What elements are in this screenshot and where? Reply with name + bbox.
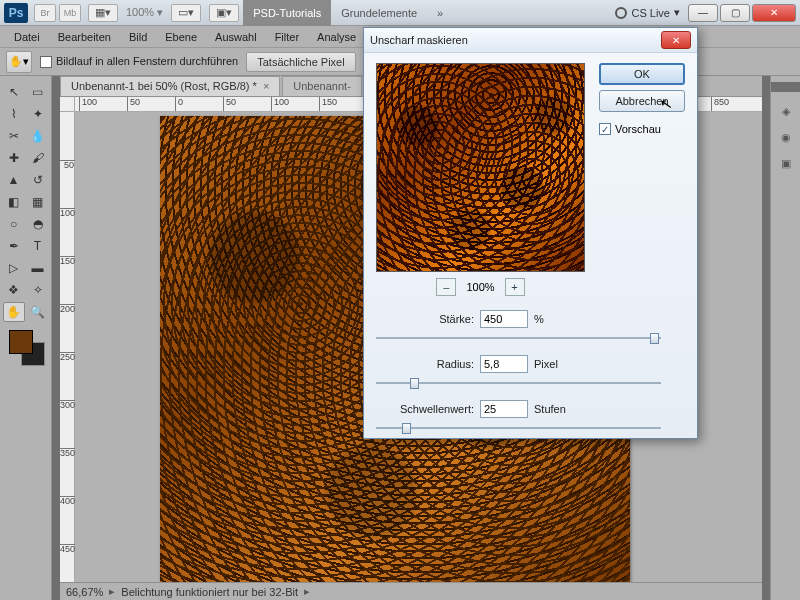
threshold-unit: Stufen <box>534 403 566 415</box>
scroll-all-checkbox[interactable]: Bildlauf in allen Fenstern durchführen <box>40 55 238 68</box>
channels-panel-icon[interactable]: ◉ <box>775 126 797 148</box>
preview-checkbox[interactable]: ✓ Vorschau <box>599 123 685 135</box>
panel-dock-right: ◈ ◉ ▣ <box>770 76 800 600</box>
radius-input[interactable] <box>480 355 528 373</box>
status-arrow-icon[interactable]: ▸ <box>109 585 115 598</box>
eyedropper-tool[interactable]: 💧 <box>27 126 49 146</box>
panel-rail-right[interactable] <box>762 76 770 600</box>
strength-slider[interactable] <box>376 331 661 345</box>
magic-wand-tool[interactable]: ✦ <box>27 104 49 124</box>
status-menu-icon[interactable]: ▸ <box>304 585 310 598</box>
threshold-slider[interactable] <box>376 421 661 435</box>
hand-tool[interactable]: ✋ <box>3 302 25 322</box>
3d-camera-tool[interactable]: ✧ <box>27 280 49 300</box>
window-maximize-button[interactable]: ▢ <box>720 4 750 22</box>
document-tab-inactive[interactable]: Unbenannt- <box>282 76 362 96</box>
radius-label: Radius: <box>376 358 474 370</box>
lasso-tool[interactable]: ⌇ <box>3 104 25 124</box>
pen-tool[interactable]: ✒ <box>3 236 25 256</box>
workspace-tab-grundelemente[interactable]: Grundelemente <box>331 0 427 26</box>
ok-button[interactable]: OK <box>599 63 685 85</box>
unsharp-mask-dialog: Unscharf maskieren ✕ – 100% + Stärke: % … <box>363 27 698 439</box>
move-tool[interactable]: ↖ <box>3 82 25 102</box>
menu-bearbeiten[interactable]: Bearbeiten <box>50 29 119 45</box>
healing-tool[interactable]: ✚ <box>3 148 25 168</box>
workspace-tab-psdtutorials[interactable]: PSD-Tutorials <box>243 0 331 26</box>
preview-zoom-label: 100% <box>466 281 494 293</box>
minibridge-button[interactable]: Mb <box>59 4 81 22</box>
bridge-button[interactable]: Br <box>34 4 56 22</box>
status-zoom[interactable]: 66,67% <box>66 586 103 598</box>
menu-datei[interactable]: Datei <box>6 29 48 45</box>
history-brush-tool[interactable]: ↺ <box>27 170 49 190</box>
brush-tool[interactable]: 🖌 <box>27 148 49 168</box>
type-tool[interactable]: T <box>27 236 49 256</box>
strength-unit: % <box>534 313 544 325</box>
strength-input[interactable] <box>480 310 528 328</box>
crop-tool[interactable]: ✂ <box>3 126 25 146</box>
dodge-tool[interactable]: ◓ <box>27 214 49 234</box>
app-titlebar: Ps Br Mb ▦▾ 100% ▾ ▭▾ ▣▾ PSD-Tutorials G… <box>0 0 800 26</box>
window-close-button[interactable]: ✕ <box>752 4 796 22</box>
path-select-tool[interactable]: ▷ <box>3 258 25 278</box>
tool-preset-picker[interactable]: ✋▾ <box>6 51 32 73</box>
zoom-level-dropdown[interactable]: 100% ▾ <box>126 6 163 19</box>
view-extras-dropdown[interactable]: ▭▾ <box>171 4 201 22</box>
foreground-color[interactable] <box>9 330 33 354</box>
blur-tool[interactable]: ○ <box>3 214 25 234</box>
workspace-more[interactable]: » <box>427 0 453 26</box>
cancel-button[interactable]: Abbrechen <box>599 90 685 112</box>
screen-mode-dropdown[interactable]: ▣▾ <box>209 4 239 22</box>
3d-tool[interactable]: ❖ <box>3 280 25 300</box>
zoom-tool[interactable]: 🔍 <box>27 302 49 322</box>
stamp-tool[interactable]: ▲ <box>3 170 25 190</box>
status-bar: 66,67% ▸ Belichtung funktioniert nur bei… <box>60 582 762 600</box>
threshold-label: Schwellenwert: <box>376 403 474 415</box>
paths-panel-icon[interactable]: ▣ <box>775 152 797 174</box>
arrange-dropdown[interactable]: ▦▾ <box>88 4 118 22</box>
menu-auswahl[interactable]: Auswahl <box>207 29 265 45</box>
document-tab-active[interactable]: Unbenannt-1 bei 50% (Rost, RGB/8) *× <box>60 76 280 96</box>
marquee-tool[interactable]: ▭ <box>27 82 49 102</box>
threshold-input[interactable] <box>480 400 528 418</box>
cs-live-button[interactable]: CS Live ▾ <box>615 6 680 19</box>
actual-pixels-button[interactable]: Tatsächliche Pixel <box>246 52 355 72</box>
ruler-vertical: 50 100 150 200 250 300 350 400 450 <box>60 112 75 582</box>
radius-slider[interactable] <box>376 376 661 390</box>
checkbox-checked-icon: ✓ <box>599 123 611 135</box>
radius-unit: Pixel <box>534 358 558 370</box>
zoom-out-button[interactable]: – <box>436 278 456 296</box>
dialog-close-button[interactable]: ✕ <box>661 31 691 49</box>
status-message: Belichtung funktioniert nur bei 32-Bit <box>121 586 298 598</box>
photoshop-logo: Ps <box>4 3 28 23</box>
close-tab-icon[interactable]: × <box>263 80 269 92</box>
menu-ebene[interactable]: Ebene <box>157 29 205 45</box>
toolbox: ↖▭ ⌇✦ ✂💧 ✚🖌 ▲↺ ◧▦ ○◓ ✒T ▷▬ ❖✧ ✋🔍 <box>0 76 52 600</box>
window-minimize-button[interactable]: — <box>688 4 718 22</box>
layers-panel-icon[interactable]: ◈ <box>775 100 797 122</box>
zoom-in-button[interactable]: + <box>505 278 525 296</box>
strength-label: Stärke: <box>376 313 474 325</box>
menu-bild[interactable]: Bild <box>121 29 155 45</box>
color-swatches[interactable] <box>7 328 45 366</box>
dialog-titlebar[interactable]: Unscharf maskieren ✕ <box>364 28 697 53</box>
menu-filter[interactable]: Filter <box>267 29 307 45</box>
shape-tool[interactable]: ▬ <box>27 258 49 278</box>
gradient-tool[interactable]: ▦ <box>27 192 49 212</box>
menu-analyse[interactable]: Analyse <box>309 29 364 45</box>
eraser-tool[interactable]: ◧ <box>3 192 25 212</box>
dialog-preview[interactable] <box>376 63 585 272</box>
dialog-title: Unscharf maskieren <box>370 34 661 46</box>
panel-rail-left[interactable] <box>52 76 60 600</box>
